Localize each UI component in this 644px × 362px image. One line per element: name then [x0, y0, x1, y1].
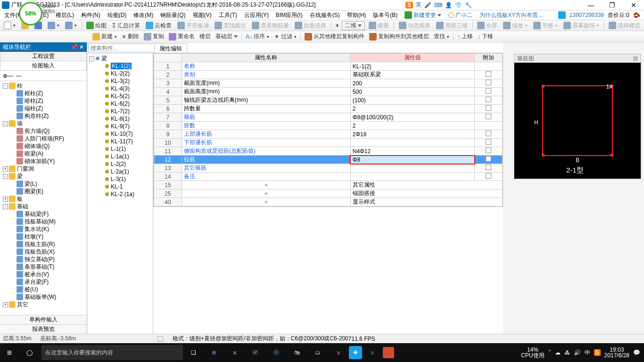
tree-node[interactable]: 桩承台(V): [2, 271, 87, 278]
store-icon[interactable]: 🛍: [287, 343, 307, 362]
explorer-icon[interactable]: 🗂: [307, 343, 328, 362]
menu-modify[interactable]: 修改(M): [130, 11, 157, 20]
onedrive-icon[interactable]: ☁: [555, 349, 561, 356]
maximize-button[interactable]: ❐: [602, 0, 623, 10]
tree-node[interactable]: -柱: [2, 82, 87, 90]
ime-indicator[interactable]: S 英 🎤 ⌨ 👤 👕 🔧: [405, 1, 472, 9]
property-grid[interactable]: 属性名称 属性值 附加 1名称KL-1(2)2类别基础联系梁3截面宽度(mm)2…: [153, 53, 503, 207]
tree-node[interactable]: 基础梁(F): [2, 210, 87, 218]
copy-button[interactable]: 复制: [142, 33, 166, 41]
tab-property-edit[interactable]: 属性编辑: [154, 43, 187, 53]
search-button[interactable]: 查找▾: [432, 33, 451, 41]
component-item[interactable]: KL-2(2): [88, 70, 153, 77]
tree-node[interactable]: 砌体加筋(Y): [2, 157, 87, 165]
menu-help[interactable]: 帮助(H): [344, 11, 370, 20]
prev-button[interactable]: [334, 24, 340, 27]
zoom-button[interactable]: 缩放▾: [501, 22, 529, 30]
top-view-button[interactable]: 俯视: [367, 22, 391, 30]
property-row[interactable]: 7箍筋Φ8@100/200(2): [154, 113, 503, 122]
app-icon-7[interactable]: ✚: [349, 346, 362, 359]
new-change-button[interactable]: 新建变更: [401, 11, 445, 20]
tree-node[interactable]: 暗梁(A): [2, 150, 87, 157]
menu-floor[interactable]: 楼层(L): [52, 11, 77, 20]
property-row[interactable]: 4截面高度(mm)500: [154, 88, 503, 96]
property-row[interactable]: 40+显示样式: [154, 198, 503, 206]
ime-badge[interactable]: 中: [585, 349, 590, 357]
tree-node[interactable]: 构造柱(Z): [2, 112, 87, 120]
tree-node[interactable]: 筏板负筋(X): [2, 248, 87, 255]
tab-report-preview[interactable]: 报表预览: [0, 324, 87, 334]
sort-button[interactable]: A↓排序▾: [244, 33, 271, 41]
delete-button[interactable]: ✕ 删除: [120, 33, 141, 41]
batch-select-button[interactable]: 批量选择: [293, 22, 328, 30]
draw-button[interactable]: 绘图: [84, 22, 108, 30]
speed-gauge-icon[interactable]: 58%: [19, 2, 42, 25]
component-item[interactable]: L-2(2): [88, 160, 153, 168]
tip-link[interactable]: 为什么筏板XY方向布置…: [476, 11, 547, 20]
menu-online[interactable]: 在线服务(S): [306, 11, 343, 20]
property-row[interactable]: 8肢数2: [154, 122, 503, 130]
property-row[interactable]: 6跨数量2: [154, 105, 503, 113]
property-row[interactable]: 9上部通长筋2Φ18: [154, 130, 503, 139]
component-item[interactable]: L-1a(1): [88, 153, 153, 160]
property-row[interactable]: 3截面宽度(mm)200: [154, 79, 503, 88]
user-badge[interactable]: 广小二: [445, 11, 476, 20]
tab-single-input[interactable]: 单构件输入: [0, 315, 87, 324]
component-item[interactable]: KL-11(7): [88, 138, 153, 145]
pan-button[interactable]: 平移▾: [531, 22, 560, 30]
diagram-close-icon[interactable]: ⊟: [633, 55, 638, 62]
tree-node[interactable]: +其它: [2, 301, 87, 308]
taskbar[interactable]: ⊞ ◯ 在这里输入你要搜索的内容 ❏ ⊕ ϰ 〄 ⓔ 🛍 🗂 ϰ ✚ ϰ 14%…: [0, 343, 644, 362]
property-row[interactable]: 12拉筋Φ8: [154, 156, 503, 164]
rotate-button[interactable]: 屏幕旋转▾: [561, 22, 601, 30]
edge-icon[interactable]: ⓔ: [266, 343, 287, 362]
base-layer-select[interactable]: 基础层: [214, 33, 239, 41]
minimize-button[interactable]: —: [580, 0, 602, 10]
tree-node[interactable]: 条形基础(T): [2, 263, 87, 271]
tree-node[interactable]: 梁(L): [2, 180, 87, 188]
expand-all-icon[interactable]: ⊕—: [3, 73, 13, 79]
find-element-button[interactable]: 查找图元: [213, 22, 248, 30]
component-item[interactable]: KL-8(1): [88, 115, 153, 123]
component-item[interactable]: KL-10(7): [88, 130, 153, 138]
property-row[interactable]: 2类别基础联系梁: [154, 71, 503, 79]
app-icon-1[interactable]: ⊕: [204, 343, 224, 362]
tree-node[interactable]: +板: [2, 195, 87, 203]
tab-project-settings[interactable]: 工程设置: [0, 52, 87, 61]
menu-view[interactable]: 视图(V): [190, 11, 215, 20]
menu-rebar[interactable]: 钢筋量(Q): [157, 11, 189, 20]
start-button[interactable]: ⊞: [0, 343, 19, 362]
fullscreen-button[interactable]: 全屏: [475, 22, 499, 30]
app-icon-3[interactable]: 〄: [245, 343, 266, 362]
account-number[interactable]: 13907298339: [570, 12, 604, 18]
tree-node[interactable]: +门窗洞: [2, 165, 87, 173]
tree-node[interactable]: 筏板基础(M): [2, 218, 87, 225]
tree-node[interactable]: -墙: [2, 120, 87, 127]
menu-version[interactable]: 版本号(B): [370, 11, 401, 20]
component-item[interactable]: KL-2 (1a): [88, 190, 153, 198]
cortana-icon[interactable]: ◯: [19, 343, 40, 362]
sogou-tray-icon[interactable]: S: [594, 349, 601, 356]
component-item[interactable]: KL-5(2): [88, 92, 153, 100]
component-item[interactable]: KL-6(2): [88, 100, 153, 107]
sum-button[interactable]: Σ 汇总计算: [110, 22, 142, 30]
tree-node[interactable]: 独立基础(P): [2, 255, 87, 263]
level-button[interactable]: 平齐板顶: [175, 22, 211, 30]
tree-node[interactable]: 端柱(Z): [2, 105, 87, 112]
property-row[interactable]: 14备注: [154, 173, 503, 181]
component-item[interactable]: KL-9(7): [88, 123, 153, 130]
tree-node[interactable]: 集水坑(K): [2, 225, 87, 233]
tree-node[interactable]: 人防门框墙(RF): [2, 135, 87, 142]
tree-node[interactable]: 柱墩(Y): [2, 233, 87, 240]
component-item[interactable]: KL-7(2): [88, 107, 153, 115]
new-component-button[interactable]: 新建▾: [91, 33, 119, 41]
pin-icon[interactable]: 📌 ✕: [71, 44, 84, 50]
component-item[interactable]: KL-4(3): [88, 85, 153, 92]
tree-node[interactable]: -梁: [2, 173, 87, 180]
tree-node[interactable]: 圈梁(E): [2, 188, 87, 195]
tree-node[interactable]: 砌体墙(Q): [2, 142, 87, 150]
menu-draw[interactable]: 绘图(D): [104, 11, 130, 20]
undo-button[interactable]: ▾: [46, 22, 61, 29]
tray-up-icon[interactable]: ˄: [548, 349, 551, 356]
filter-button[interactable]: ▼过滤▾: [272, 33, 298, 41]
